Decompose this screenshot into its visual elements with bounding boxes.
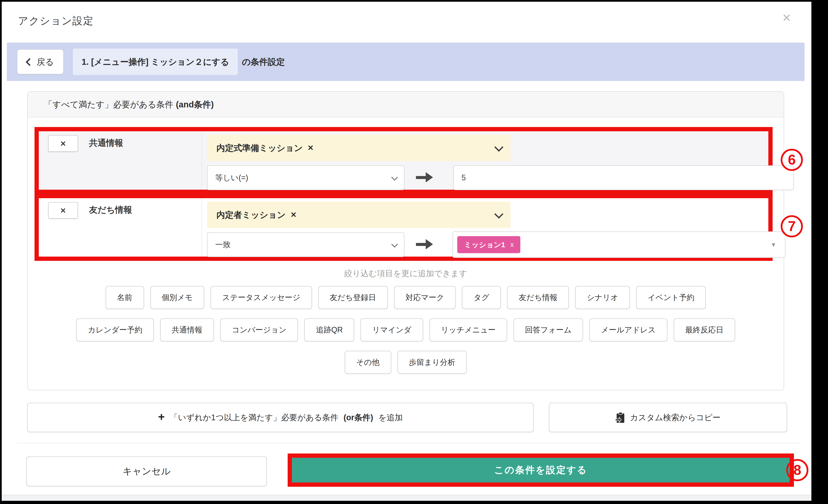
tag-label: ミッション1 bbox=[464, 240, 505, 250]
frame-left bbox=[0, 0, 2, 504]
condition-value-input[interactable] bbox=[453, 165, 794, 190]
annotation-box-row1: × 共通情報 内定式準備ミッション × 等しい(=) bbox=[35, 127, 773, 194]
condition-category-cell: × 共通情報 bbox=[39, 131, 202, 190]
annotation-badge-6: 6 bbox=[781, 149, 803, 171]
field-select[interactable]: 内定者ミッション × bbox=[207, 202, 510, 228]
filter-chip-memo[interactable]: 個別メモ bbox=[150, 286, 204, 309]
value-multiselect[interactable]: ミッション1 x ▼ bbox=[453, 232, 785, 258]
chevron-down-icon bbox=[494, 142, 503, 152]
frame-bottom bbox=[0, 501, 828, 504]
action-settings-modal: アクション設定 × 戻る 1. [メニュー操作] ミッション２にする の条件設定… bbox=[0, 0, 828, 504]
filter-chip-tag[interactable]: タグ bbox=[462, 286, 501, 309]
arrow-right-icon bbox=[416, 239, 436, 249]
annotation-box-submit: この条件を設定する bbox=[288, 454, 794, 487]
arrow-right-icon bbox=[416, 172, 436, 182]
filter-chip-name[interactable]: 名前 bbox=[106, 286, 144, 309]
filter-chip-other[interactable]: その他 bbox=[344, 351, 391, 374]
filter-chip-reminder[interactable]: リマインダ bbox=[361, 319, 423, 341]
condition-detail-cell: 内定式準備ミッション × 等しい(=) bbox=[202, 131, 768, 190]
and-panel-title: 「すべて満たす」必要がある条件 bbox=[44, 99, 173, 110]
field-select-value: 内定者ミッション bbox=[216, 209, 286, 220]
page-title: アクション設定 bbox=[18, 14, 94, 28]
frame-right bbox=[812, 0, 828, 504]
filter-chip-friend-info[interactable]: 友だち情報 bbox=[507, 286, 569, 309]
operator-select-value: 一致 bbox=[215, 240, 231, 250]
back-button-label: 戻る bbox=[37, 56, 54, 68]
chevron-down-icon bbox=[494, 209, 503, 218]
close-icon[interactable]: × bbox=[782, 10, 791, 25]
condition-detail-cell: 内定者ミッション × 一致 ミッション1 x bbox=[202, 198, 768, 257]
condition-category-label: 友だち情報 bbox=[89, 204, 132, 216]
annotation-box-row2: × 友だち情報 内定者ミッション × 一致 bbox=[35, 194, 773, 261]
tag-remove-icon[interactable]: x bbox=[510, 241, 514, 249]
filter-chip-last-response[interactable]: 最終反応日 bbox=[674, 319, 735, 341]
set-condition-button[interactable]: この条件を設定する bbox=[292, 458, 790, 482]
chevron-down-icon bbox=[391, 174, 398, 180]
filter-chip-row: 名前 個別メモ ステータスメッセージ 友だち登録日 対応マーク タグ 友だち情報… bbox=[28, 286, 784, 309]
and-panel-title-bold: (and条件) bbox=[176, 99, 214, 110]
or-button-label-pre: 「いずれか1つ以上を満たす」必要がある条件 bbox=[170, 412, 338, 423]
filter-chip-answer-form[interactable]: 回答フォーム bbox=[513, 319, 583, 341]
cancel-button[interactable]: キャンセル bbox=[27, 457, 267, 486]
field-select-value: 内定式準備ミッション bbox=[216, 142, 303, 154]
filter-chip-event[interactable]: イベント予約 bbox=[636, 286, 706, 309]
copy-from-custom-search-button[interactable]: カスタム検索からコピー bbox=[549, 403, 787, 432]
filter-chip-email[interactable]: メールアドレス bbox=[589, 319, 667, 341]
chevron-left-icon bbox=[26, 58, 34, 66]
filter-chip-funnel[interactable]: 歩留まり分析 bbox=[398, 351, 467, 374]
condition-suffix-label: の条件設定 bbox=[242, 56, 285, 68]
operator-select[interactable]: 一致 bbox=[207, 232, 404, 257]
action-name-chip: 1. [メニュー操作] ミッション２にする bbox=[73, 49, 238, 75]
condition-row: × 共通情報 内定式準備ミッション × 等しい(=) bbox=[39, 131, 768, 190]
filter-chip-rich-menu[interactable]: リッチメニュー bbox=[429, 319, 507, 341]
or-button-label-bold: (or条件) bbox=[343, 412, 373, 423]
screenshot-stage: アクション設定 × 戻る 1. [メニュー操作] ミッション２にする の条件設定… bbox=[0, 0, 828, 504]
and-panel-header: 「すべて満たす」必要がある条件 (and条件) bbox=[28, 92, 784, 118]
selected-value-tag: ミッション1 x bbox=[457, 236, 521, 253]
operator-select[interactable]: 等しい(=) bbox=[207, 165, 404, 190]
footer-divider bbox=[17, 443, 801, 443]
copy-button-label: カスタム検索からコピー bbox=[630, 412, 720, 423]
condition-header-bar: 戻る 1. [メニュー操作] ミッション２にする の条件設定 bbox=[7, 43, 804, 81]
field-remove-icon[interactable]: × bbox=[291, 209, 296, 220]
add-filter-hint: 絞り込む項目を更に追加できます bbox=[28, 268, 784, 279]
field-remove-icon[interactable]: × bbox=[308, 142, 314, 154]
remove-condition-button[interactable]: × bbox=[48, 202, 78, 219]
filter-chip-common-info[interactable]: 共通情報 bbox=[160, 319, 214, 341]
page-bottom-strip bbox=[2, 495, 812, 501]
condition-rows: × 共通情報 内定式準備ミッション × 等しい(=) bbox=[35, 127, 773, 261]
filter-chip-friend-date[interactable]: 友だち登録日 bbox=[318, 286, 387, 309]
remove-condition-button[interactable]: × bbox=[48, 135, 78, 152]
back-button[interactable]: 戻る bbox=[17, 49, 64, 74]
filter-chip-mark[interactable]: 対応マーク bbox=[394, 286, 456, 309]
filter-chip-conversion[interactable]: コンバージョン bbox=[220, 319, 298, 341]
filter-chip-row: カレンダー予約 共通情報 コンバージョン 追跡QR リマインダ リッチメニュー … bbox=[28, 319, 784, 341]
annotation-badge-8: 8 bbox=[786, 459, 809, 481]
filter-chip-tracking-qr[interactable]: 追跡QR bbox=[304, 319, 354, 341]
dropdown-caret-icon: ▼ bbox=[771, 241, 782, 248]
condition-category-cell: × 友だち情報 bbox=[39, 198, 202, 257]
frame-top bbox=[0, 0, 828, 2]
condition-category-label: 共通情報 bbox=[89, 137, 123, 149]
filter-chip-scenario[interactable]: シナリオ bbox=[575, 286, 630, 309]
plus-icon: + bbox=[158, 410, 165, 423]
chevron-down-icon bbox=[391, 241, 398, 247]
or-button-label-post: を追加 bbox=[378, 412, 403, 423]
and-condition-panel: 「すべて満たす」必要がある条件 (and条件) × 共通情報 内定式準備ミッショ… bbox=[27, 91, 784, 390]
condition-row: × 友だち情報 内定者ミッション × 一致 bbox=[39, 198, 768, 257]
filter-chip-rows: 名前 個別メモ ステータスメッセージ 友だち登録日 対応マーク タグ 友だち情報… bbox=[28, 286, 784, 383]
clipboard-copy-icon bbox=[615, 412, 625, 423]
filter-chip-status-message[interactable]: ステータスメッセージ bbox=[211, 286, 312, 309]
filter-chip-row: その他 歩留まり分析 bbox=[28, 351, 784, 374]
add-or-condition-button[interactable]: + 「いずれか1つ以上を満たす」必要がある条件(or条件)を追加 bbox=[27, 403, 534, 432]
field-select[interactable]: 内定式準備ミッション × bbox=[207, 135, 510, 161]
annotation-badge-7: 7 bbox=[781, 215, 803, 238]
operator-select-value: 等しい(=) bbox=[215, 173, 248, 183]
filter-chip-calendar[interactable]: カレンダー予約 bbox=[76, 319, 154, 341]
